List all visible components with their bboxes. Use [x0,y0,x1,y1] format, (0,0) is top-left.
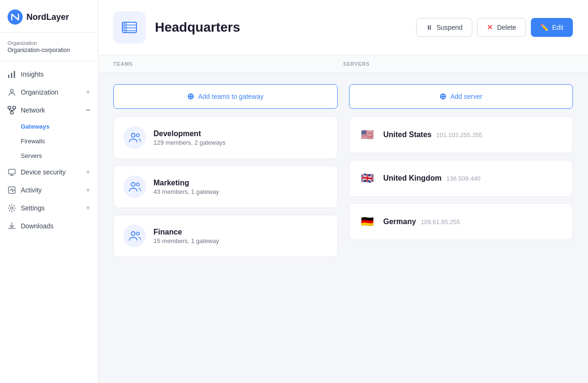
flag-de: 🇩🇪 [359,213,376,230]
server-card-uk[interactable]: 🇬🇧 United Kingdom 136.509.440 [349,160,573,197]
svg-rect-8 [9,169,15,174]
svg-point-18 [124,29,125,30]
svg-point-22 [136,183,139,186]
org-label: Organization [8,40,90,46]
svg-rect-2 [11,73,12,78]
sidebar-item-downloads-label: Downloads [21,222,90,230]
suspend-button[interactable]: ⏸ Suspend [416,18,472,37]
servers-header: SERVERS [343,61,573,67]
edit-button[interactable]: ✏️ Edit [531,18,573,37]
svg-point-23 [131,232,135,235]
flag-uk: 🇬🇧 [359,170,376,187]
server-name-uk: United Kingdom [383,174,442,183]
sidebar: NordLayer Organization Organization-corp… [0,0,98,383]
server-info-de: Germany 109.61.85.255 [383,218,563,226]
settings-icon [8,204,16,212]
network-subnav: Gateways Firewalls Servers [0,119,98,163]
server-ip-us: 101.103.255.255 [436,131,483,139]
sidebar-item-firewalls[interactable]: Firewalls [21,134,98,148]
team-people-icon-finance [128,231,141,241]
servers-column: ⊕ Add server 🇺🇸 United States 101.103.25… [349,84,573,264]
server-ip-de: 109.61.85.255 [421,218,460,226]
logo-text: NordLayer [26,12,69,22]
gateway-title: Headquarters [155,20,407,35]
team-name-marketing: Marketing [153,179,328,187]
add-server-button[interactable]: ⊕ Add server [349,84,573,109]
sidebar-item-insights-label: Insights [21,70,90,78]
sidebar-item-servers[interactable]: Servers [21,148,98,163]
teams-header: TEAMS [113,61,343,67]
team-detail-finance: 15 members, 1 gateway [153,237,328,244]
team-card-finance[interactable]: Finance 15 members, 1 gateway [113,215,338,257]
team-icon-bg-finance [123,225,146,247]
svg-point-17 [124,26,125,27]
device-security-expand-icon: + [86,168,90,176]
logo: NordLayer [0,0,98,33]
two-column-layout: ⊕ Add teams to gateway Developme [113,84,573,264]
svg-point-16 [124,23,125,25]
svg-point-10 [11,207,13,209]
org-section: Organization Organization-corporation [0,33,98,61]
team-card-development[interactable]: Development 129 members, 2 gateways [113,116,338,159]
nordlayer-logo-icon [8,9,23,25]
sidebar-item-downloads[interactable]: Downloads [0,217,98,235]
server-info-us: United States 101.103.255.255 [383,131,563,139]
delete-button[interactable]: ✕ Delete [477,18,526,37]
team-people-icon-marketing [128,182,141,192]
sidebar-item-device-security[interactable]: Device security + [0,163,98,181]
svg-point-21 [131,183,135,186]
team-card-marketing[interactable]: Marketing 43 members, 1 gateway [113,165,338,208]
svg-point-20 [136,134,139,137]
svg-point-19 [131,133,135,137]
teams-column: ⊕ Add teams to gateway Developme [113,84,338,264]
team-icon-bg [123,126,146,149]
content-area: ⊕ Add teams to gateway Developme [98,73,588,383]
sidebar-item-network-label: Network [21,106,81,114]
svg-rect-1 [8,75,9,78]
chart-icon [8,70,16,78]
team-name-finance: Finance [153,228,328,236]
sidebar-item-gateways[interactable]: Gateways [21,119,98,134]
gateway-icon-wrapper [113,11,145,44]
activity-icon [8,186,16,194]
team-info: Development 129 members, 2 gateways [153,130,328,146]
sidebar-item-activity[interactable]: Activity + [0,181,98,199]
sidebar-item-insights[interactable]: Insights [0,65,98,83]
activity-expand-icon: + [86,186,90,194]
sidebar-item-activity-label: Activity [21,186,81,194]
sidebar-item-organization[interactable]: Organization + [0,83,98,101]
team-detail-marketing: 43 members, 1 gateway [153,188,328,195]
add-server-icon: ⊕ [439,91,446,102]
settings-expand-icon: + [86,204,90,212]
edit-icon: ✏️ [540,24,548,31]
column-headers: TEAMS SERVERS [98,55,588,73]
sidebar-item-device-security-label: Device security [21,168,81,176]
suspend-icon: ⏸ [426,24,433,31]
sidebar-item-settings-label: Settings [21,204,81,212]
server-card-us[interactable]: 🇺🇸 United States 101.103.255.255 [349,116,573,153]
server-name-us: United States [383,131,432,139]
header-actions: ⏸ Suspend ✕ Delete ✏️ Edit [416,18,573,37]
team-detail: 129 members, 2 gateways [153,139,328,146]
sidebar-item-organization-label: Organization [21,88,81,96]
server-name-de: Germany [383,218,416,226]
server-ip-uk: 136.509.440 [446,175,480,182]
flag-us: 🇺🇸 [359,126,376,143]
sidebar-item-network[interactable]: Network − [0,101,98,119]
org-name: Organization-corporation [8,47,90,53]
team-people-icon [128,132,141,143]
delete-icon: ✕ [487,23,493,32]
server-card-de[interactable]: 🇩🇪 Germany 109.61.85.255 [349,203,573,240]
svg-point-4 [10,89,13,92]
add-teams-button[interactable]: ⊕ Add teams to gateway [113,84,338,109]
download-icon [8,222,16,230]
gateway-icon [120,18,138,36]
sidebar-nav: Insights Organization + Network − Gatewa… [0,61,98,383]
add-teams-icon: ⊕ [187,91,194,102]
main-content: Headquarters ⏸ Suspend ✕ Delete ✏️ Edit … [98,0,588,383]
team-info-marketing: Marketing 43 members, 1 gateway [153,179,328,195]
team-icon-bg-marketing [123,175,146,198]
gateway-header: Headquarters ⏸ Suspend ✕ Delete ✏️ Edit [98,0,588,55]
network-collapse-icon: − [86,106,90,114]
sidebar-item-settings[interactable]: Settings + [0,199,98,217]
